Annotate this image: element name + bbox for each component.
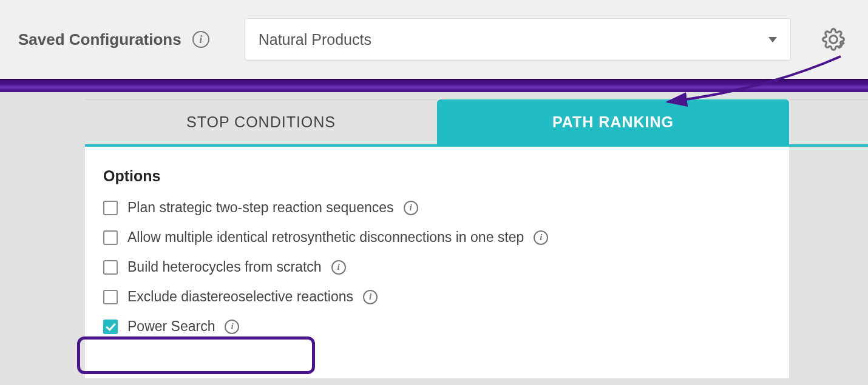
option-label: Plan strategic two-step reaction sequenc… (127, 199, 394, 216)
info-icon[interactable] (192, 31, 209, 48)
option-allow-multiple-disconnections: Allow multiple identical retrosynthetic … (103, 229, 771, 246)
info-icon[interactable] (331, 260, 346, 275)
option-build-heterocycles: Build heterocycles from scratch (103, 259, 771, 275)
saved-configurations-dropdown[interactable]: Natural Products (245, 18, 791, 61)
info-icon[interactable] (534, 230, 548, 245)
dropdown-selected-value: Natural Products (259, 31, 371, 49)
info-icon[interactable] (225, 320, 239, 334)
divider-stripe (0, 79, 868, 92)
option-plan-strategic: Plan strategic two-step reaction sequenc… (103, 199, 771, 216)
tab-label: PATH RANKING (552, 113, 674, 131)
checkbox[interactable] (103, 290, 118, 304)
info-icon[interactable] (363, 290, 378, 304)
edit-configuration-button[interactable] (822, 28, 845, 51)
option-exclude-diastereoselective: Exclude diastereoselective reactions (103, 289, 771, 305)
checkbox[interactable] (103, 260, 118, 275)
lower-area: STOP CONDITIONS PATH RANKING Options Pla… (0, 92, 868, 385)
option-label: Build heterocycles from scratch (127, 259, 322, 275)
option-label: Power Search (127, 318, 215, 335)
option-label: Exclude diastereoselective reactions (127, 289, 353, 305)
info-icon[interactable] (404, 201, 418, 215)
saved-configurations-label: Saved Configurations (18, 30, 181, 49)
tab-path-ranking[interactable]: PATH RANKING (437, 99, 789, 144)
tab-content: Options Plan strategic two-step reaction… (85, 147, 789, 378)
checkbox[interactable] (103, 201, 118, 215)
tabs: STOP CONDITIONS PATH RANKING (85, 99, 868, 147)
tab-label: STOP CONDITIONS (186, 113, 336, 131)
saved-configurations-bar: Saved Configurations Natural Products (0, 0, 868, 79)
tab-stop-conditions[interactable]: STOP CONDITIONS (85, 99, 437, 144)
settings-panel: STOP CONDITIONS PATH RANKING Options Pla… (85, 99, 868, 378)
gear-pencil-icon (822, 28, 845, 51)
checkbox[interactable] (103, 230, 118, 245)
option-label: Allow multiple identical retrosynthetic … (127, 229, 524, 246)
options-heading: Options (103, 167, 771, 185)
tab-filler (789, 99, 868, 144)
chevron-down-icon (768, 37, 777, 42)
option-power-search: Power Search (103, 318, 771, 335)
checkbox[interactable] (103, 320, 118, 334)
